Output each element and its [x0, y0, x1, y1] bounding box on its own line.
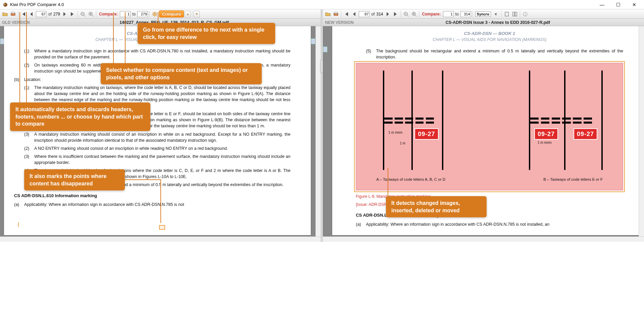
open-file-button[interactable]	[324, 10, 332, 18]
diagram-caption-a: A – Taxiways of code letters A, B, C or …	[376, 177, 445, 182]
next-page-button[interactable]	[384, 10, 391, 18]
left-hscroll[interactable]	[0, 236, 321, 242]
open-file-button[interactable]	[1, 10, 9, 18]
right-filename: CS-ADR-DSN Issue 3 - Annex to EDD 2016-0…	[354, 20, 642, 25]
svg-point-0	[3, 3, 7, 7]
compare-to-input[interactable]	[460, 11, 471, 17]
sign-label: 09-27	[414, 128, 438, 140]
window-controls: — ☐ ✕	[597, 2, 641, 7]
diagram-figure: 09-27 1 m mnm 1 m 09-27 09-27 1 m mnm	[356, 63, 623, 190]
right-crop-handle-l[interactable]	[323, 46, 328, 52]
of-label: of	[48, 12, 52, 16]
last-page-button[interactable]	[392, 10, 399, 18]
svg-rect-13	[515, 12, 517, 16]
zoom-in-button[interactable]	[410, 10, 418, 18]
right-hscroll[interactable]	[323, 236, 644, 242]
compare-button[interactable]: Compare	[159, 10, 184, 17]
last-page-button[interactable]	[69, 10, 76, 18]
title-bar: Kiwi Pro PDF Comparer 4.0 — ☐ ✕	[0, 0, 644, 9]
prev-page-button[interactable]	[28, 10, 35, 18]
new-version-label: NEW VERSION	[325, 20, 353, 25]
svg-rect-8	[335, 12, 337, 13]
compare-label: Compare:	[99, 12, 118, 16]
layout-dual-button[interactable]	[511, 10, 518, 18]
close-button[interactable]: ✕	[629, 2, 639, 7]
right-vscroll[interactable]	[639, 26, 644, 236]
section-header: CS ADR-DSN.L.610 Information marking	[14, 193, 291, 199]
page-total: 314	[377, 12, 383, 16]
left-toolbar: of 279 Compare: to Compare ▲ ▼	[0, 9, 321, 19]
callout-next-diff: Go from one difference to the next with …	[138, 23, 275, 44]
svg-rect-12	[513, 12, 514, 16]
svg-point-6	[154, 13, 156, 15]
callout-auto-detect: It automatically detects and discards he…	[10, 102, 150, 131]
deleted-content-marker	[18, 222, 19, 227]
print-button[interactable]	[332, 10, 340, 18]
page-total: 279	[53, 12, 60, 16]
zoom-out-button[interactable]	[79, 10, 87, 18]
app-icon	[3, 2, 8, 7]
zoom-out-button[interactable]	[402, 10, 410, 18]
svg-point-1	[4, 3, 5, 4]
prev-diff-button[interactable]: ▲	[185, 11, 191, 17]
layout-single-button[interactable]	[503, 10, 510, 18]
right-toolbar: of 314 Compare: to Syncro i	[323, 9, 644, 19]
info-button[interactable]: i	[522, 10, 529, 18]
settings-button[interactable]	[151, 10, 158, 18]
next-page-button[interactable]	[61, 10, 68, 18]
zoom-in-button[interactable]	[87, 10, 95, 18]
compare-from-input[interactable]	[443, 11, 454, 17]
callout-changed-images: It detects changed images, inserted, del…	[386, 196, 487, 217]
sync-button[interactable]: Syncro	[475, 11, 491, 17]
first-page-button[interactable]	[343, 10, 350, 18]
page-number-input[interactable]	[36, 11, 47, 17]
old-version-label: OLD VERSION	[2, 20, 30, 25]
prev-page-button[interactable]	[351, 10, 358, 18]
maximize-button[interactable]: ☐	[613, 2, 623, 7]
diagram-caption-b: B – Taxiways of code letters E or F	[543, 177, 603, 182]
left-crop-handle-r[interactable]	[311, 38, 315, 44]
right-subheader: NEW VERSION CS-ADR-DSN Issue 3 - Annex t…	[323, 19, 644, 26]
link-icon[interactable]	[493, 10, 500, 18]
app-title: Kiwi Pro PDF Comparer 4.0	[10, 2, 597, 7]
svg-rect-11	[505, 12, 508, 16]
minimize-button[interactable]: —	[597, 2, 607, 7]
compare-to-input[interactable]	[137, 11, 148, 17]
next-diff-button[interactable]: ▼	[194, 11, 200, 17]
page-number-input[interactable]	[359, 11, 369, 17]
callout-compare-options: Select whether to compare content (text …	[101, 63, 262, 84]
to-label: to	[132, 12, 136, 16]
change-marker	[159, 225, 165, 230]
compare-label: Compare:	[422, 12, 441, 16]
svg-text:i: i	[525, 12, 526, 16]
svg-rect-3	[12, 12, 14, 13]
print-button[interactable]	[9, 10, 17, 18]
left-vscroll[interactable]	[315, 26, 321, 236]
callout-disappeared-content: It also marks the points where content h…	[24, 169, 125, 190]
